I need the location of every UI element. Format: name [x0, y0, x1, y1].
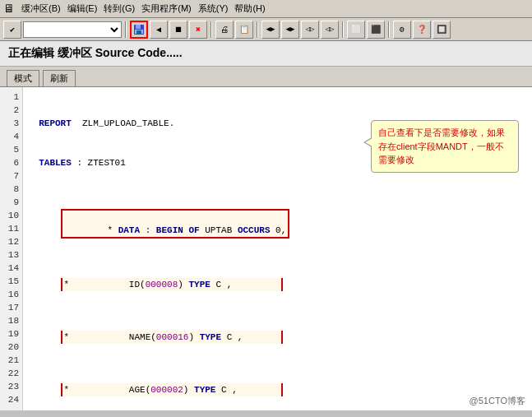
btn6[interactable]: ⬛ — [367, 21, 385, 39]
line-numbers: 1 2 3 4 5 6 7 8 9 10 11 12 13 14 15 16 1… — [0, 87, 23, 410]
save-btn[interactable] — [130, 21, 148, 39]
menu-bar[interactable]: 缓冲区(B) 编辑(E) 转到(G) 实用程序(M) 系统(Y) 帮助(H) — [21, 2, 266, 15]
back-btn[interactable]: ◀ — [150, 21, 168, 39]
tab-bar: 模式 刷新 — [0, 67, 532, 87]
toolbar: ✔ ◀ ⏹ ✖ 🖨 📋 ◀▶ ◀▶ ◁▷ ◁▷ ⬜ ⬛ ⚙ ❓ 🔲 — [0, 18, 532, 41]
menu-help[interactable]: 帮助(H) — [234, 2, 265, 15]
separator-2 — [210, 21, 212, 38]
print-btn[interactable]: 🖨 — [215, 21, 234, 39]
code-line-6: * AGE(000002) TYPE C , — [28, 370, 527, 396]
code-line-5: * NAME(000016) TYPE C , — [28, 317, 527, 344]
app-icon: 🖥 — [3, 2, 15, 16]
tab-refresh[interactable]: 刷新 — [43, 70, 76, 86]
menu-system[interactable]: 系统(Y) — [198, 2, 229, 15]
btn8[interactable]: ❓ — [413, 21, 431, 39]
tooltip-balloon: 自己查看下是否需要修改，如果存在client字段MANDT，一般不需要修改 — [371, 120, 519, 173]
forward-btn[interactable]: ⏹ — [169, 21, 187, 39]
svg-rect-1 — [136, 25, 141, 29]
menu-buffer[interactable]: 缓冲区(B) — [21, 2, 61, 15]
btn4[interactable]: ◁▷ — [321, 21, 339, 39]
btn5[interactable]: ⬜ — [347, 21, 365, 39]
svg-rect-3 — [136, 30, 141, 34]
btn3[interactable]: ◁▷ — [301, 21, 319, 39]
title-bar: 🖥 缓冲区(B) 编辑(E) 转到(G) 实用程序(M) 系统(Y) 帮助(H) — [0, 0, 532, 18]
tooltip-text: 自己查看下是否需要修改，如果存在client字段MANDT，一般不需要修改 — [378, 127, 505, 164]
tab-mode[interactable]: 模式 — [7, 70, 39, 86]
code-line-4: * ID(000008) TYPE C , — [28, 265, 527, 291]
menu-utilities[interactable]: 实用程序(M) — [141, 2, 192, 15]
stop-btn[interactable]: ✖ — [189, 21, 207, 39]
separator-5 — [388, 21, 390, 38]
btn7[interactable]: ⚙ — [393, 21, 411, 39]
separator-4 — [342, 21, 344, 38]
dropdown-select[interactable] — [23, 21, 122, 38]
check-btn[interactable]: ✔ — [3, 21, 21, 39]
separator-3 — [257, 21, 258, 38]
copy-btn[interactable]: 📋 — [235, 21, 253, 39]
page-title: 正在编辑 缓冲区 Source Code..... — [8, 46, 183, 59]
menu-goto[interactable]: 转到(G) — [104, 2, 135, 15]
watermark: @51CTO博客 — [470, 395, 525, 407]
btn9[interactable]: 🔲 — [433, 21, 451, 39]
code-editor[interactable]: 1 2 3 4 5 6 7 8 9 10 11 12 13 14 15 16 1… — [0, 87, 532, 410]
btn1[interactable]: ◀▶ — [261, 21, 280, 39]
separator-1 — [125, 21, 127, 38]
menu-edit[interactable]: 编辑(E) — [67, 2, 98, 15]
btn2[interactable]: ◀▶ — [281, 21, 299, 39]
code-line-3: * DATA : BEGIN OF UPTAB OCCURS 0, — [28, 196, 527, 239]
page-header: 正在编辑 缓冲区 Source Code..... — [0, 41, 532, 67]
